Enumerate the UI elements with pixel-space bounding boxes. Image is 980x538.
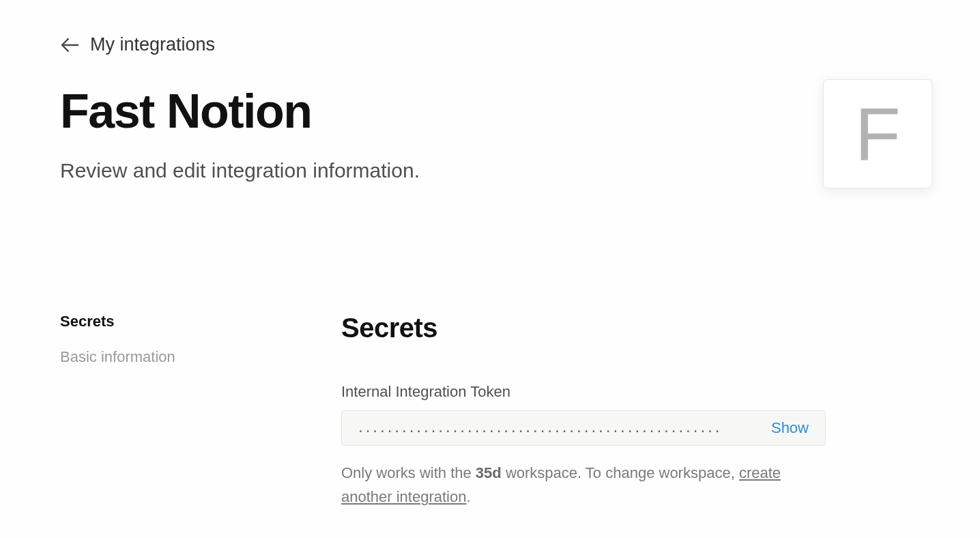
page-title: Fast Notion	[60, 84, 823, 139]
helper-suffix: .	[466, 488, 470, 505]
sidebar-item-secrets[interactable]: Secrets	[60, 313, 341, 330]
settings-sidebar: Secrets Basic information	[60, 313, 341, 509]
helper-middle: workspace. To change workspace,	[502, 464, 739, 481]
sidebar-item-label: Basic information	[60, 348, 175, 365]
arrow-left-icon	[60, 36, 79, 55]
sidebar-item-basic-information[interactable]: Basic information	[60, 348, 341, 366]
helper-prefix: Only works with the	[341, 464, 476, 481]
page-subtitle: Review and edit integration information.	[60, 159, 823, 182]
integration-logo: F	[823, 79, 932, 188]
token-field-label: Internal Integration Token	[341, 383, 826, 401]
token-masked-value: ········································…	[358, 418, 758, 438]
sidebar-item-label: Secrets	[60, 313, 115, 330]
token-field: ········································…	[341, 410, 826, 446]
logo-letter: F	[854, 91, 900, 178]
show-token-button[interactable]: Show	[771, 419, 809, 437]
breadcrumb-back[interactable]: My integrations	[60, 34, 823, 55]
section-heading: Secrets	[341, 313, 826, 343]
token-helper-text: Only works with the 35d workspace. To ch…	[341, 461, 826, 509]
breadcrumb-label: My integrations	[90, 34, 215, 55]
workspace-name: 35d	[476, 464, 502, 481]
